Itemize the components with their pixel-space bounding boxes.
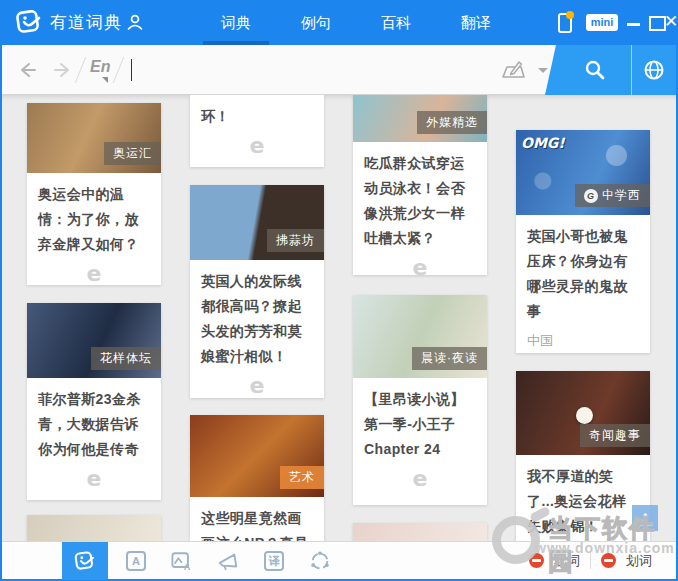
toolbar-icons: A A 译 (125, 550, 331, 572)
card-title: 英国小哥也被鬼压床？你身边有哪些灵异的鬼故事 (516, 215, 650, 324)
minimize-button[interactable] (624, 12, 642, 32)
feed-card[interactable]: 拂蒜坊 英国人的发际线都很高吗？撩起头发的芳芳和莫娘蜜汁相似！ e (190, 185, 324, 398)
pingpong-ball (576, 407, 593, 424)
close-button[interactable]: ✕ (662, 12, 678, 32)
card-image: 外媒精选 (353, 95, 487, 142)
g-badge-icon: G (584, 189, 598, 203)
youdao-e-logo: e (190, 375, 324, 397)
youdao-e-logo: e (27, 263, 161, 285)
youdao-logo-icon (73, 549, 97, 573)
youdao-logo-icon (14, 7, 44, 37)
search-icon (584, 59, 606, 81)
capture-word-off-icon[interactable] (529, 553, 544, 568)
search-button[interactable] (556, 45, 630, 95)
feed-card-partial[interactable] (353, 523, 487, 541)
translate-button[interactable]: 译 (263, 550, 285, 572)
image-overlay-text: OMG! (521, 135, 565, 151)
search-actions (544, 45, 676, 95)
feed-card[interactable]: OMG! G 中学西 英国小哥也被鬼压床？你身边有哪些灵异的鬼故事 中国 e (516, 130, 650, 353)
card-image (353, 523, 487, 541)
svg-text:A: A (184, 562, 191, 572)
web-translate-button[interactable] (632, 45, 676, 95)
category-tag: 奇闻趣事 (580, 424, 650, 447)
wordbook-icon: A (126, 551, 146, 571)
category-tag: 花样体坛 (91, 347, 161, 370)
card-title: 环！ (190, 95, 324, 129)
youdao-e-logo: e (353, 468, 487, 490)
daily-broadcast-button[interactable] (217, 550, 239, 572)
feed-card-partial[interactable]: 环！ e (190, 95, 324, 167)
user-account-icon[interactable] (126, 13, 144, 31)
card-image: 花样体坛 (27, 303, 161, 378)
translate-icon: 译 (264, 551, 284, 571)
handwriting-icon[interactable] (500, 59, 526, 81)
text-cursor (131, 59, 132, 81)
card-image (27, 515, 161, 541)
category-tag: 拂蒜坊 (267, 229, 324, 252)
youdao-e-logo: e (353, 257, 487, 275)
forward-arrow-icon[interactable] (52, 60, 72, 80)
main-tabs: 词典 例句 百科 翻译 (196, 0, 516, 45)
feed-card[interactable]: 艺术 这些明星竟然画画这么NB？真是令 (190, 415, 324, 541)
feed-card[interactable]: 晨读·夜读 【里昂读小说】第一季-小王子 Chapter 24 e (353, 295, 487, 505)
app-window: 有道词典 词典 例句 百科 翻译 mini ✕ En (0, 0, 678, 581)
bottom-toolbar: A A 译 (2, 541, 676, 579)
mini-mode-button[interactable]: mini (586, 14, 618, 31)
card-title: 【里昂读小说】第一季-小王子 Chapter 24 (353, 378, 487, 462)
feed-card[interactable]: 外媒精选 吃瓜群众试穿运动员泳衣！会否像洪荒少女一样吐槽太紧？ e (353, 95, 487, 275)
divider (590, 553, 591, 569)
feed-card[interactable]: 花样体坛 菲尔普斯23金杀青，大数据告诉你为何他是传奇 e (27, 303, 161, 500)
apps-circle-button[interactable] (309, 550, 331, 572)
card-title: 吃瓜群众试穿运动员泳衣！会否像洪荒少女一样吐槽太紧？ (353, 142, 487, 251)
language-dropdown-icon[interactable] (102, 77, 108, 83)
back-arrow-icon[interactable] (18, 60, 38, 80)
card-title: 英国人的发际线都很高吗？撩起头发的芳芳和莫娘蜜汁相似！ (190, 260, 324, 369)
wordbook-button[interactable]: A (125, 550, 147, 572)
card-title: 菲尔普斯23金杀青，大数据告诉你为何他是传奇 (27, 378, 161, 462)
select-word-toggle[interactable]: 划词 (626, 552, 652, 570)
toolbar-dictionary-button[interactable] (62, 542, 108, 580)
tab-examples[interactable]: 例句 (276, 0, 356, 45)
divider (75, 57, 86, 83)
feed-column-3: 外媒精选 吃瓜群众试穿运动员泳衣！会否像洪荒少女一样吐槽太紧？ e 晨读·夜读 … (353, 95, 487, 541)
category-tag: 奥运汇 (104, 142, 161, 165)
status-toggles: 取词 划词 (529, 552, 676, 570)
feed-column-2: 环！ e 拂蒜坊 英国人的发际线都很高吗？撩起头发的芳芳和莫娘蜜汁相似！ e 艺… (190, 95, 324, 541)
globe-icon (643, 59, 665, 81)
card-title: 这些明星竟然画画这么NB？真是令 (190, 497, 324, 541)
select-word-off-icon[interactable] (601, 553, 616, 568)
card-image: 艺术 (190, 415, 324, 497)
picture-dictionary-button[interactable]: A (171, 550, 193, 572)
category-tag: 外媒精选 (417, 111, 487, 134)
feed-card-partial[interactable] (27, 515, 161, 541)
search-bar: En (2, 45, 676, 95)
handwriting-dropdown-icon[interactable] (538, 68, 548, 73)
feed-column-1: 奥运汇 奥运会中的温情：为了你，放弃金牌又如何？ e 花样体坛 菲尔普斯23金杀… (27, 95, 161, 541)
category-tag: 晨读·夜读 (412, 347, 487, 370)
search-input[interactable] (138, 53, 488, 87)
megaphone-icon (217, 550, 239, 572)
feed-column-4: OMG! G 中学西 英国小哥也被鬼压床？你身边有哪些灵异的鬼故事 中国 e 奇… (516, 95, 650, 541)
youdao-e-logo: e (190, 135, 324, 157)
card-image: 拂蒜坊 (190, 185, 324, 260)
titlebar: 有道词典 词典 例句 百科 翻译 mini ✕ (2, 0, 676, 45)
feed-card[interactable]: 奥运汇 奥运会中的温情：为了你，放弃金牌又如何？ e (27, 103, 161, 285)
mobile-phone-icon[interactable] (558, 13, 572, 33)
youdao-e-logo: e (27, 468, 161, 490)
back-to-top-button[interactable]: ↑ (632, 505, 658, 531)
card-image: OMG! G 中学西 (516, 130, 650, 215)
card-image: 晨读·夜读 (353, 295, 487, 378)
language-selector[interactable]: En (90, 58, 110, 76)
picture-dictionary-icon: A (171, 550, 193, 572)
capture-word-toggle[interactable]: 取词 (554, 552, 580, 570)
feed-card[interactable]: 奇闻趣事 我不厚道的笑了...奥运会花样失败集锦！ (516, 371, 650, 541)
tab-encyclopedia[interactable]: 百科 (356, 0, 436, 45)
tab-translate[interactable]: 翻译 (436, 0, 516, 45)
app-title: 有道词典 (50, 0, 122, 45)
category-tag: G 中学西 (575, 184, 650, 207)
tab-dictionary[interactable]: 词典 (196, 0, 276, 45)
apps-circle-icon (309, 549, 331, 573)
notification-dot (566, 11, 574, 19)
divider (113, 57, 124, 83)
content-feed: 奥运汇 奥运会中的温情：为了你，放弃金牌又如何？ e 花样体坛 菲尔普斯23金杀… (2, 95, 676, 541)
